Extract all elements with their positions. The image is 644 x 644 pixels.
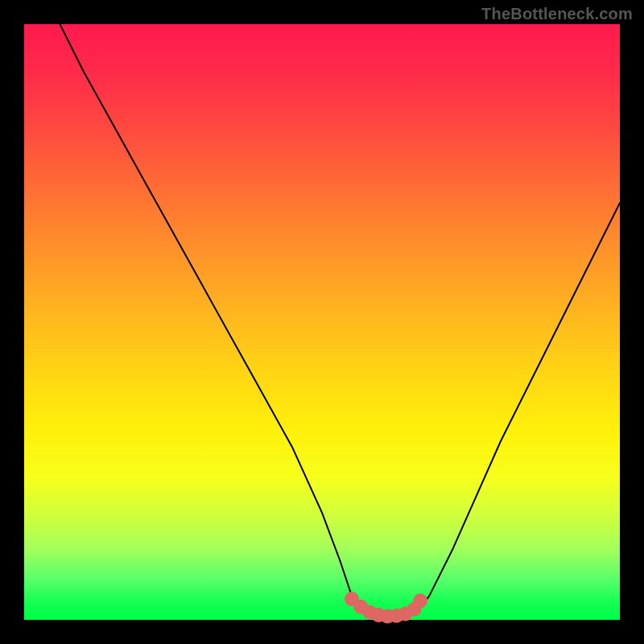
watermark-text: TheBottleneck.com <box>481 5 633 23</box>
optimal-marker <box>413 593 427 608</box>
bottleneck-curve-svg <box>24 24 620 620</box>
optimal-zone-markers <box>345 592 427 623</box>
chart-frame: TheBottleneck.com <box>0 0 644 644</box>
bottleneck-curve-line <box>60 24 620 617</box>
plot-area <box>24 24 620 620</box>
